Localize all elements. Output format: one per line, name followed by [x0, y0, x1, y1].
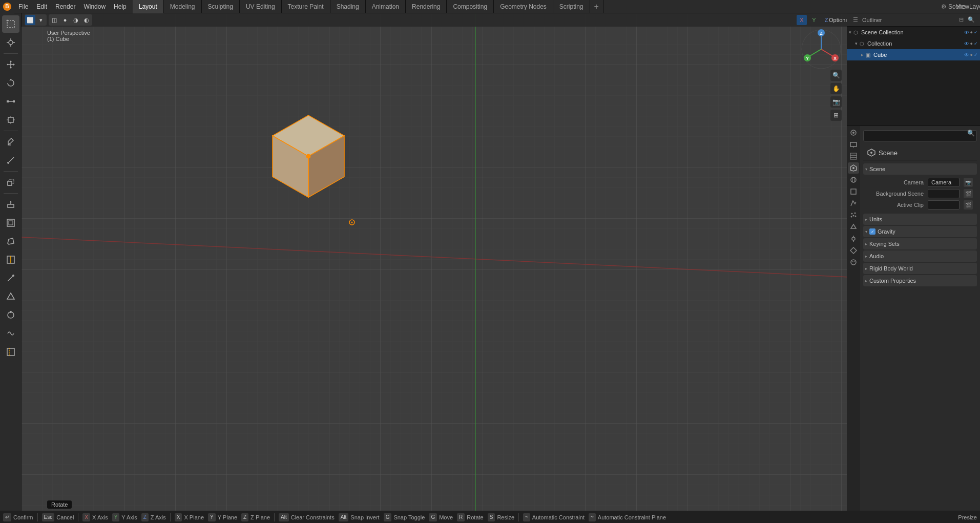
- rigid-body-world-header[interactable]: ▸ Rigid Body World: [863, 263, 977, 274]
- svg-rect-19: [8, 117, 13, 122]
- collection-check[interactable]: ✓: [974, 41, 978, 46]
- tool-move[interactable]: [2, 56, 19, 73]
- gravity-section-header[interactable]: ▾ ✓ Gravity: [863, 226, 977, 237]
- mode-selector[interactable]: ⬜ ▾: [25, 14, 47, 26]
- props-search-input[interactable]: [863, 130, 977, 141]
- mode-dropdown[interactable]: ▾: [36, 15, 46, 25]
- tool-knife[interactable]: [2, 269, 19, 287]
- view-camera-btn[interactable]: 📷: [830, 96, 842, 108]
- camera-select-btn[interactable]: 📷: [964, 178, 973, 187]
- tab-animation[interactable]: Animation: [366, 0, 406, 13]
- audio-section-header[interactable]: ▸ Audio: [863, 250, 977, 262]
- bg-scene-select-btn[interactable]: 🎬: [964, 189, 973, 198]
- tab-compositing[interactable]: Compositing: [447, 0, 494, 13]
- props-tab-modifiers[interactable]: [848, 198, 859, 209]
- tool-add-cube[interactable]: [2, 174, 19, 191]
- tool-cursor[interactable]: [2, 34, 19, 51]
- wireframe-btn[interactable]: ◫: [49, 15, 59, 25]
- tool-smooth[interactable]: [2, 325, 19, 342]
- cube-object[interactable]: [257, 110, 360, 214]
- solid-btn[interactable]: ●: [60, 15, 70, 25]
- tool-transform[interactable]: [2, 111, 19, 129]
- tab-rendering[interactable]: Rendering: [406, 0, 447, 13]
- cube-eye[interactable]: 👁: [964, 52, 969, 58]
- camera-value[interactable]: Camera: [928, 178, 960, 187]
- viewport-3d[interactable]: ⬜ ▾ ◫ ● ◑ ◐ X Y Z Options User Perspecti…: [22, 13, 847, 511]
- menu-edit[interactable]: Edit: [32, 0, 51, 13]
- tool-rotate[interactable]: [2, 74, 19, 92]
- resize-label: Resize: [497, 514, 514, 520]
- view-grab-btn[interactable]: ✋: [830, 83, 842, 94]
- cube-camera[interactable]: ●: [970, 52, 973, 57]
- props-tab-particles[interactable]: [848, 210, 859, 221]
- outliner-scene-collection[interactable]: ▾ ⬡ Scene Collection 👁 ● ✓: [847, 27, 980, 38]
- tool-select-box[interactable]: [2, 15, 19, 33]
- object-mode-icon[interactable]: ⬜: [25, 15, 35, 25]
- menu-render[interactable]: Render: [51, 0, 79, 13]
- tool-spin[interactable]: [2, 306, 19, 324]
- tab-layout[interactable]: Layout: [133, 0, 164, 13]
- tool-poly-build[interactable]: [2, 288, 19, 305]
- tab-shading[interactable]: Shading: [330, 0, 366, 13]
- background-scene-value[interactable]: [928, 189, 960, 198]
- gravity-checkbox[interactable]: ✓: [869, 228, 875, 235]
- scene-collection-camera[interactable]: ●: [970, 30, 973, 35]
- rendered-btn[interactable]: ◐: [81, 15, 92, 25]
- units-section-header[interactable]: ▸ Units: [863, 214, 977, 225]
- tool-bevel[interactable]: [2, 233, 19, 250]
- menu-file[interactable]: File: [14, 0, 32, 13]
- tool-annotate[interactable]: [2, 133, 19, 151]
- outliner-collection[interactable]: ▾ ⬡ Collection 👁 ● ✓: [847, 38, 980, 49]
- scene-collection-eye[interactable]: 👁: [964, 30, 969, 35]
- outliner-search-btn[interactable]: 🔍: [967, 15, 976, 25]
- view-grid-btn[interactable]: ⊞: [830, 110, 842, 121]
- outliner-menu-btn[interactable]: ☰: [851, 15, 860, 25]
- active-clip-value[interactable]: [928, 200, 960, 210]
- tab-scripting[interactable]: Scripting: [553, 0, 590, 13]
- axis-gizmo[interactable]: Z X Y: [801, 29, 842, 70]
- collection-eye[interactable]: 👁: [964, 41, 969, 47]
- menu-window[interactable]: Window: [79, 0, 110, 13]
- view-layer-selector[interactable]: ViewLayer: [965, 1, 976, 12]
- tool-scale[interactable]: [2, 93, 19, 110]
- active-clip-select-btn[interactable]: 🎬: [964, 200, 973, 210]
- view-search-btn[interactable]: 🔍: [830, 70, 842, 81]
- menu-help[interactable]: Help: [110, 0, 131, 13]
- tool-inset[interactable]: [2, 214, 19, 232]
- props-tab-physics[interactable]: [848, 221, 859, 233]
- tab-uv-editing[interactable]: UV Editing: [240, 0, 282, 13]
- tool-extrude[interactable]: [2, 196, 19, 213]
- scene-collection-check[interactable]: ✓: [974, 30, 978, 35]
- keying-sets-header[interactable]: ▸ Keying Sets: [863, 238, 977, 249]
- engine-selector[interactable]: ⚙: [938, 1, 949, 12]
- x-axis-indicator[interactable]: X: [797, 15, 807, 25]
- tab-modeling[interactable]: Modeling: [164, 0, 202, 13]
- tab-texture-paint[interactable]: Texture Paint: [282, 0, 330, 13]
- cube-check[interactable]: ✓: [974, 52, 978, 57]
- collection-camera[interactable]: ●: [970, 41, 973, 46]
- props-tab-view-layer[interactable]: [848, 151, 859, 162]
- tool-measure[interactable]: [2, 152, 19, 169]
- y-axis-indicator[interactable]: Y: [809, 15, 819, 25]
- props-tab-material[interactable]: [848, 257, 859, 268]
- tab-sculpting[interactable]: Sculpting: [202, 0, 240, 13]
- tool-loop-cut[interactable]: [2, 251, 19, 268]
- props-tab-scene[interactable]: [848, 162, 859, 174]
- tool-edge-slide[interactable]: [2, 343, 19, 361]
- material-preview-btn[interactable]: ◑: [71, 15, 81, 25]
- custom-props-header[interactable]: ▸ Custom Properties: [863, 275, 977, 286]
- tab-geometry-nodes[interactable]: Geometry Nodes: [494, 0, 553, 13]
- props-tab-output[interactable]: [848, 139, 859, 150]
- add-workspace-tab[interactable]: +: [590, 0, 603, 13]
- props-tab-constraints[interactable]: [848, 233, 859, 244]
- props-tab-render[interactable]: [848, 127, 859, 138]
- outliner-cube[interactable]: ▸ ▣ Cube 👁 ● ✓: [847, 49, 980, 60]
- outliner-filter-btn[interactable]: ⊟: [956, 15, 966, 25]
- options-btn[interactable]: Options: [833, 15, 844, 25]
- active-clip-label: Active Clip: [867, 202, 924, 208]
- scene-section-header[interactable]: ▾ Scene: [863, 163, 977, 175]
- props-tab-data[interactable]: [848, 245, 859, 256]
- props-tab-object[interactable]: [848, 186, 859, 197]
- props-tab-world[interactable]: [848, 174, 859, 185]
- st-key: G: [384, 513, 392, 521]
